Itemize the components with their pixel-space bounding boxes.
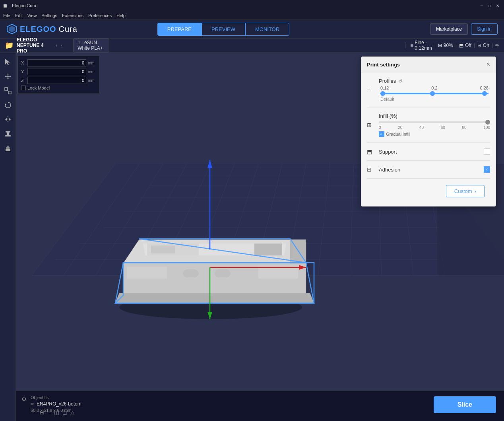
opacity-value: 90%: [444, 43, 453, 48]
svg-line-8: [8, 90, 8, 91]
gradual-infill-label: Gradual infill: [386, 132, 410, 136]
infill-thumb[interactable]: [485, 120, 490, 125]
rotate-tool[interactable]: [2, 99, 14, 111]
svg-rect-14: [7, 132, 9, 135]
profile-track[interactable]: [380, 93, 488, 94]
sep3: |: [474, 43, 475, 48]
marketplace-button[interactable]: Marketplace: [430, 23, 468, 35]
support-value: Off: [465, 43, 471, 48]
profile-val-1: 0.12: [380, 86, 389, 90]
infill-track[interactable]: [379, 121, 490, 123]
content-area: X mm Y mm Z mm Lock Model: [0, 53, 504, 421]
bottom-tool-1[interactable]: ⊞: [40, 409, 45, 415]
viewport[interactable]: Print settings × ≡ Profiles ↺ 0.: [16, 53, 504, 421]
menu-extensions[interactable]: Extensions: [62, 13, 83, 18]
menu-preferences[interactable]: Preferences: [88, 13, 112, 18]
material-selector[interactable]: 1 eSUN White PLA+: [73, 38, 109, 53]
settings-group: ≡ Fine - 0.12mm | ⊞ 90% | ⬒ Off | ⊟ On |…: [410, 40, 499, 51]
minimize-button[interactable]: ─: [479, 2, 485, 9]
profile-thumb-2[interactable]: [430, 91, 435, 96]
lock-model-checkbox[interactable]: Lock Model: [21, 86, 96, 90]
menu-file[interactable]: File: [3, 13, 10, 18]
bottom-tool-5[interactable]: △: [70, 409, 75, 415]
svg-rect-6: [5, 88, 8, 90]
object-tool[interactable]: [2, 142, 14, 154]
object-pencil-icon: ✏: [31, 402, 34, 407]
adhesion-setting[interactable]: ⊟ On: [477, 43, 489, 48]
printer-name[interactable]: ELEGOO NEPTUNE 4 PRO: [17, 37, 52, 54]
profile-thumb-3[interactable]: [482, 91, 487, 96]
settings-pencil-icon[interactable]: ✏: [495, 43, 499, 48]
close-button[interactable]: ✕: [494, 2, 501, 9]
print-settings-body: ≡ Profiles ↺ 0.12 0.2 0.28: [361, 72, 496, 206]
mirror-tool[interactable]: [2, 113, 14, 126]
opacity-setting[interactable]: ⊞ 90%: [438, 43, 453, 48]
tab-preview[interactable]: PREVIEW: [202, 23, 245, 36]
z-input[interactable]: [27, 77, 86, 84]
folder-icon[interactable]: 📁: [5, 41, 14, 50]
bottom-tool-4[interactable]: ◻: [62, 409, 67, 415]
menu-edit[interactable]: Edit: [15, 13, 23, 18]
setting-bar: [405, 42, 405, 49]
logo-cura: Cura: [59, 25, 78, 34]
opacity-icon: ⊞: [438, 43, 442, 48]
app-logo: ELEGOO Cura: [6, 23, 78, 35]
profile-values: 0.12 0.2 0.28: [380, 86, 488, 90]
signin-button[interactable]: Sign in: [471, 23, 498, 35]
infill-20: 20: [398, 125, 402, 130]
scale-tool[interactable]: [2, 84, 14, 97]
profile-thumb-1[interactable]: [380, 91, 385, 96]
tab-prepare[interactable]: PREPARE: [157, 23, 202, 36]
support-row: ⬒ Support: [367, 148, 490, 155]
infill-80: 80: [462, 125, 467, 130]
support-checkbox[interactable]: [484, 148, 490, 155]
menu-view[interactable]: View: [27, 13, 37, 18]
gradual-infill-checkbox[interactable]: [379, 131, 384, 137]
svg-rect-53: [254, 244, 282, 255]
support-setting[interactable]: ⬒ Off: [459, 43, 471, 48]
profile-slider[interactable]: 0.12 0.2 0.28 Default: [379, 86, 490, 101]
devicebar: 📁 ELEGOO NEPTUNE 4 PRO ‹ › 1 eSUN White …: [0, 38, 504, 53]
printer-chevron[interactable]: ‹: [56, 43, 57, 48]
quality-setting[interactable]: ≡ Fine - 0.12mm: [410, 40, 432, 51]
menu-settings[interactable]: Settings: [41, 13, 57, 18]
maximize-button[interactable]: □: [487, 2, 493, 9]
slice-button[interactable]: Slice: [434, 396, 496, 413]
support-tool[interactable]: [2, 127, 14, 140]
x-input[interactable]: [27, 59, 86, 66]
material-num: 1: [78, 40, 80, 45]
bottom-tool-2[interactable]: □: [48, 409, 51, 415]
profiles-row: ≡ Profiles ↺ 0.12 0.2 0.28: [367, 78, 490, 101]
svg-marker-12: [9, 118, 11, 121]
object-list-label: Object list: [31, 395, 81, 400]
coordinate-panel: X mm Y mm Z mm Lock Model: [17, 56, 99, 94]
infill-label: Infill (%): [379, 113, 490, 119]
custom-button-row: Custom ›: [367, 182, 490, 201]
menu-help[interactable]: Help: [116, 13, 126, 18]
custom-button[interactable]: Custom ›: [446, 185, 485, 197]
tab-monitor[interactable]: MONITOR: [245, 23, 289, 36]
sep2: |: [456, 43, 457, 48]
move-tool[interactable]: [2, 70, 14, 83]
x-unit: mm: [88, 61, 96, 65]
left-sidebar: [0, 53, 16, 421]
adhesion-icon: ⊟: [477, 43, 481, 48]
svg-rect-55: [127, 267, 167, 279]
printer-chevron-right[interactable]: ›: [60, 43, 62, 48]
material-name: eSUN White PLA+: [78, 40, 103, 51]
infill-numbers: 0 20 40 60 80 100: [379, 125, 490, 130]
sep4: |: [492, 43, 493, 48]
y-input[interactable]: [27, 68, 86, 75]
svg-rect-58: [215, 269, 231, 277]
lock-checkbox[interactable]: [21, 86, 26, 90]
svg-marker-59: [115, 293, 314, 303]
slice-button-container: Slice: [434, 396, 496, 413]
custom-arrow: ›: [475, 188, 476, 194]
y-label: Y: [21, 69, 26, 74]
adhesion-checkbox[interactable]: [484, 166, 490, 173]
bottom-tool-3[interactable]: ◫: [54, 409, 59, 415]
select-tool[interactable]: [2, 56, 14, 68]
print-settings-close[interactable]: ×: [487, 61, 490, 68]
profiles-refresh-icon[interactable]: ↺: [398, 78, 402, 84]
adhesion-row: ⊟ Adhesion: [367, 166, 490, 173]
